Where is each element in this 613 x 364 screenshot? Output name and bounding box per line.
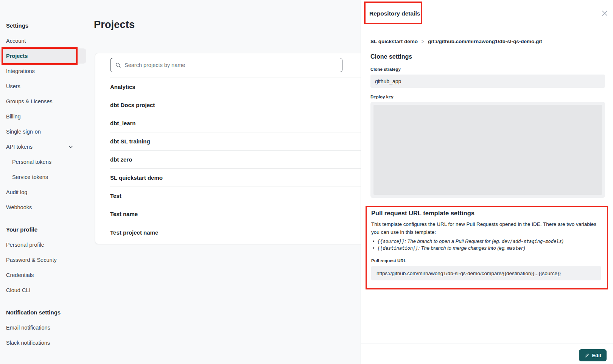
pr-template-description: This template configures the URL for new… bbox=[371, 220, 598, 236]
breadcrumb: SL quickstart demo > git://github.com/mi… bbox=[370, 39, 605, 44]
sidebar-item-email-notifications[interactable]: Email notifications bbox=[0, 320, 86, 335]
sidebar-item-audit-log[interactable]: Audit log bbox=[0, 185, 86, 200]
sidebar-item-account[interactable]: Account bbox=[0, 33, 86, 48]
project-search[interactable] bbox=[110, 58, 342, 72]
sidebar-item-api-tokens[interactable]: API tokens bbox=[0, 139, 86, 154]
breadcrumb-repo-url: git://github.com/mirnawong1/db-sl-qs-dem… bbox=[428, 39, 542, 44]
annotation-box-pr-template-section: Pull request URL template settings This … bbox=[366, 206, 608, 289]
sidebar-item-personal-profile[interactable]: Personal profile bbox=[0, 237, 86, 252]
sidebar-item-integrations[interactable]: Integrations bbox=[0, 64, 86, 79]
edit-button-label: Edit bbox=[592, 353, 601, 358]
list-item: {{destination}}: The branch to merge cha… bbox=[371, 245, 601, 252]
deploy-key-label: Deploy key bbox=[370, 95, 605, 99]
sidebar-item-webhooks[interactable]: Webhooks bbox=[0, 200, 86, 215]
sidebar-header-settings: Settings bbox=[0, 18, 91, 33]
breadcrumb-project-name[interactable]: SL quickstart demo bbox=[370, 39, 418, 44]
sidebar-header-notification-settings: Notification settings bbox=[0, 305, 91, 320]
panel-body: SL quickstart demo > git://github.com/mi… bbox=[361, 39, 613, 289]
bullet-suffix: ) bbox=[524, 245, 525, 251]
variable-code: {{destination}} bbox=[377, 246, 418, 251]
variable-example: dev/add-staging-models bbox=[502, 239, 562, 244]
sidebar-item-billing[interactable]: Billing bbox=[0, 109, 86, 124]
repository-details-panel: Repository details SL quickstart demo > … bbox=[361, 0, 613, 364]
edit-button[interactable]: Edit bbox=[579, 349, 607, 361]
sidebar-item-label: Projects bbox=[6, 53, 28, 59]
sidebar-item-service-tokens[interactable]: Service tokens bbox=[0, 170, 86, 185]
sidebar-item-personal-tokens[interactable]: Personal tokens bbox=[0, 154, 86, 170]
sidebar-item-label: API tokens bbox=[6, 144, 33, 150]
pull-request-url-value: https://github.com/mirnawong1/db-sl-qs-d… bbox=[371, 266, 601, 280]
settings-sidebar: Settings Account Projects Integrations U… bbox=[0, 18, 91, 350]
sidebar-item-credentials[interactable]: Credentials bbox=[0, 268, 86, 283]
page-title: Projects bbox=[94, 19, 135, 31]
sidebar-item-slack-notifications[interactable]: Slack notifications bbox=[0, 335, 86, 350]
panel-footer: Edit bbox=[361, 344, 613, 364]
close-icon[interactable] bbox=[601, 10, 608, 17]
search-input[interactable] bbox=[124, 62, 338, 68]
pull-request-url-label: Pull request URL bbox=[371, 258, 601, 263]
variable-code: {{source}} bbox=[377, 239, 405, 244]
clone-strategy-value: github_app bbox=[370, 75, 605, 88]
sidebar-item-users[interactable]: Users bbox=[0, 79, 86, 94]
clone-settings-heading: Clone settings bbox=[370, 53, 605, 60]
sidebar-item-password-security[interactable]: Password & Security bbox=[0, 252, 86, 268]
pencil-icon bbox=[584, 353, 589, 358]
bullet-text: : The branch to open a Pull Request for … bbox=[405, 238, 502, 244]
pr-template-variables-list: {{source}}: The branch to open a Pull Re… bbox=[371, 238, 601, 252]
chevron-down-icon bbox=[68, 144, 73, 149]
sidebar-item-single-sign-on[interactable]: Single sign-on bbox=[0, 124, 86, 139]
chevron-right-icon: > bbox=[422, 39, 424, 44]
sidebar-item-cloud-cli[interactable]: Cloud CLI bbox=[0, 283, 86, 298]
bullet-text: : The branch to merge changes into (eg. bbox=[418, 245, 507, 251]
list-item: {{source}}: The branch to open a Pull Re… bbox=[371, 238, 601, 245]
pr-template-heading: Pull request URL template settings bbox=[371, 210, 601, 217]
search-icon bbox=[115, 62, 121, 68]
deploy-key-redacted-value bbox=[373, 105, 602, 195]
sidebar-header-your-profile: Your profile bbox=[0, 222, 91, 237]
panel-header: Repository details bbox=[361, 0, 613, 27]
sidebar-item-projects[interactable]: Projects bbox=[0, 48, 86, 64]
clone-strategy-label: Clone strategy bbox=[370, 67, 605, 72]
sidebar-item-groups-licenses[interactable]: Groups & Licenses bbox=[0, 94, 86, 109]
deploy-key-field bbox=[370, 102, 605, 198]
bullet-suffix: ) bbox=[562, 238, 563, 244]
panel-title: Repository details bbox=[369, 10, 420, 17]
variable-example: master bbox=[507, 246, 523, 251]
